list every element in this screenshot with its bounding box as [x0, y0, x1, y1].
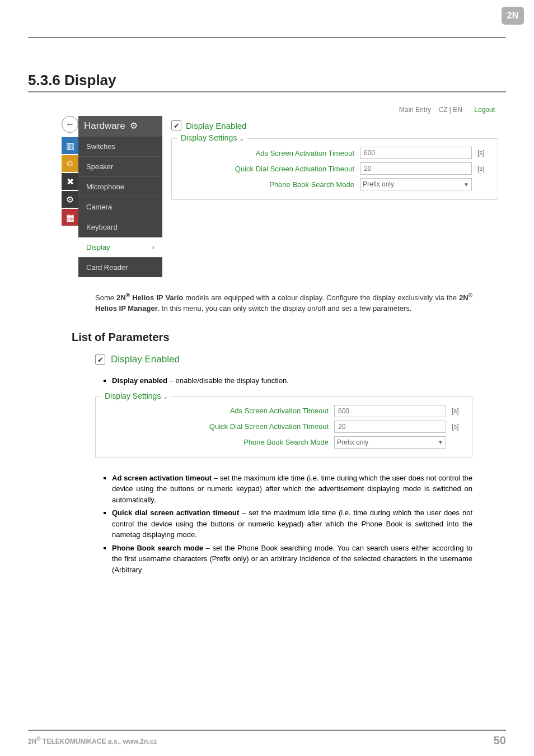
apps-icon[interactable]: ▦: [62, 209, 78, 226]
ads-timeout-input-2[interactable]: [334, 405, 446, 417]
topbar-main-entry: Main Entry: [399, 106, 431, 114]
users-icon[interactable]: ☺: [62, 155, 78, 172]
bullet-display-enabled: Display enabled – enable/disable the dis…: [112, 375, 472, 386]
status-icon[interactable]: ▥: [62, 137, 78, 154]
sidebar-item-label: Display: [86, 243, 110, 251]
ads-timeout-label: Ads Screen Activation Timeout: [177, 149, 354, 157]
quick-dial-timeout-input[interactable]: [360, 162, 472, 175]
sidebar-title: Hardware: [84, 120, 125, 132]
nav-rail: ← ▥ ☺ ✖ ▦: [62, 116, 78, 227]
lang-en[interactable]: EN: [453, 106, 462, 114]
logout-link[interactable]: Logout: [474, 106, 495, 114]
sidebar-header: Hardware: [78, 116, 162, 136]
gear-icon: [130, 120, 138, 132]
sidebar-item-microphone[interactable]: Microphone: [78, 176, 162, 197]
fieldset-legend[interactable]: Display Settings ⌄: [177, 133, 247, 142]
chevron-down-icon-2: ⌄: [163, 393, 168, 400]
quick-dial-timeout-input-2[interactable]: [334, 421, 446, 433]
page-footer: 2N® TELEKOMUNIKACE a.s., www.2n.cz 50: [28, 730, 506, 747]
quick-dial-timeout-label-2: Quick Dial Screen Activation Timeout: [101, 422, 329, 431]
fieldset-title-2: Display Settings: [105, 391, 161, 400]
quick-dial-timeout-units-2: [s]: [452, 423, 466, 431]
display-enabled-checkbox-2[interactable]: ✔: [95, 354, 105, 365]
fieldset-legend-2[interactable]: Display Settings ⌄: [101, 391, 171, 400]
lang-sep: |: [449, 106, 451, 114]
ads-timeout-units: [s]: [477, 149, 492, 157]
ads-timeout-label-2: Ads Screen Activation Timeout: [101, 407, 329, 415]
footer-left: 2N® TELEKOMUNIKACE a.s., www.2n.cz: [28, 736, 157, 745]
display-settings-fieldset-2: Display Settings ⌄ Ads Screen Activation…: [95, 396, 472, 458]
search-mode-value-2: Prefix only: [337, 438, 368, 446]
config-screenshot: Main Entry CZ | EN Logout ← ▥ ☺ ✖ ▦ Hard…: [62, 105, 498, 277]
ads-timeout-input[interactable]: [360, 147, 472, 159]
chevron-down-icon: ⌄: [239, 135, 244, 142]
sidebar-item-camera[interactable]: Camera: [78, 197, 162, 217]
fieldset-title: Display Settings: [181, 133, 237, 142]
top-divider: [28, 37, 506, 38]
display-enabled-row: ✔ Display Enabled: [95, 354, 506, 365]
bullet-search-mode: Phone Book search mode – set the Phone B…: [112, 543, 472, 576]
bullet-ad-timeout: Ad screen activation timeout – set the m…: [112, 473, 472, 506]
intro-paragraph: Some 2N® Helios IP Vario models are equi…: [95, 292, 472, 314]
search-mode-label: Phone Book Search Mode: [177, 180, 354, 189]
display-settings-fieldset: Display Settings ⌄ Ads Screen Activation…: [171, 138, 498, 200]
back-icon[interactable]: ←: [62, 116, 78, 133]
ads-timeout-units-2: [s]: [452, 407, 466, 415]
sidebar-item-speaker[interactable]: Speaker: [78, 156, 162, 176]
bullet-quick-dial-timeout: Quick dial screen activation timeout – s…: [112, 507, 472, 540]
sidebar-item-card-reader[interactable]: Card Reader: [78, 257, 162, 277]
page-number: 50: [494, 734, 506, 747]
section-title: 5.3.6 Display: [28, 72, 506, 89]
caret-down-icon: ▼: [463, 181, 469, 188]
lang-cz[interactable]: CZ: [438, 106, 447, 114]
chevron-right-icon: ›: [152, 243, 154, 251]
settings-panel: ✔ Display Enabled Display Settings ⌄ Ads…: [162, 116, 498, 200]
search-mode-label-2: Phone Book Search Mode: [101, 438, 329, 446]
sidebar-item-display[interactable]: Display ›: [78, 237, 162, 257]
search-mode-value: Prefix only: [363, 180, 394, 188]
display-enabled-checkbox[interactable]: ✔: [171, 120, 181, 130]
quick-dial-timeout-units: [s]: [477, 165, 492, 172]
settings-icon[interactable]: [62, 191, 78, 208]
display-enabled-label: Display Enabled: [186, 121, 246, 130]
topbar: Main Entry CZ | EN Logout: [62, 105, 498, 116]
sidebar-item-switches[interactable]: Switches: [78, 136, 162, 156]
tools-icon[interactable]: ✖: [62, 173, 78, 190]
quick-dial-timeout-label: Quick Dial Screen Activation Timeout: [177, 165, 354, 173]
sidebar-item-keyboard[interactable]: Keyboard: [78, 217, 162, 237]
caret-down-icon-2: ▼: [438, 439, 443, 445]
brand-badge: 2N: [502, 7, 524, 25]
sidebar: Hardware Switches Speaker Microphone Cam…: [78, 116, 162, 277]
title-divider: [28, 91, 506, 92]
search-mode-select-2[interactable]: Prefix only ▼: [334, 436, 446, 449]
display-enabled-label-2: Display Enabled: [111, 354, 180, 365]
list-of-parameters-heading: List of Parameters: [72, 331, 506, 344]
search-mode-select[interactable]: Prefix only ▼: [360, 178, 472, 190]
